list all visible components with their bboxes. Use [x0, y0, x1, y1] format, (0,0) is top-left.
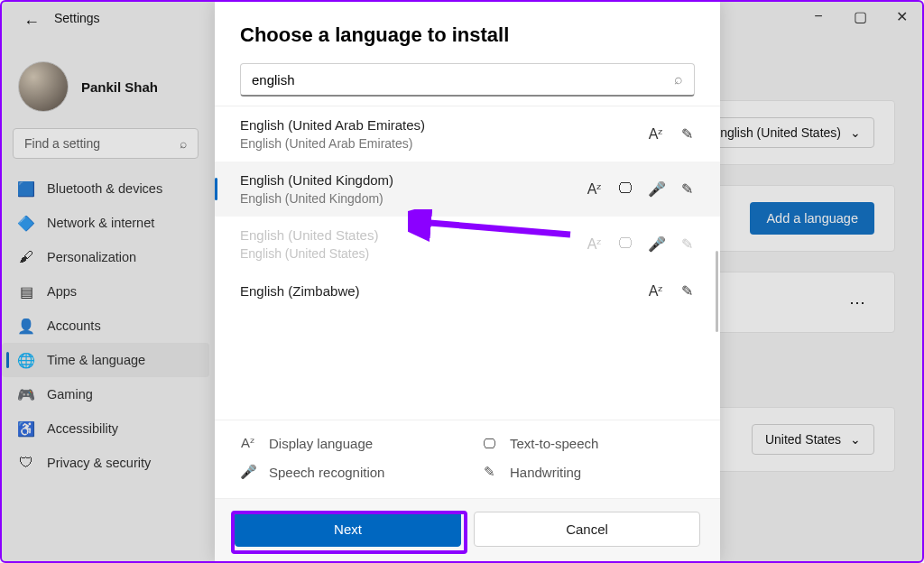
nav-label: Accounts [47, 318, 101, 333]
legend-display-language: Display language [269, 436, 373, 451]
nav-label: Network & internet [47, 216, 154, 230]
display-language-dropdown[interactable]: English (United States) ⌄ [698, 117, 874, 148]
choose-language-modal: Choose a language to install ⌕ English (… [215, 2, 720, 561]
search-icon: ⌕ [674, 71, 683, 88]
language-name: English (United States) [240, 227, 587, 243]
nav-icon: ♿ [18, 420, 34, 437]
sidebar-item-accessibility[interactable]: ♿Accessibility [2, 411, 209, 446]
nav-icon: 🟦 [18, 180, 34, 197]
language-option[interactable]: English (Zimbabwe)Aᶻ✎ [215, 272, 720, 310]
legend-speech: Speech recognition [269, 465, 384, 480]
cancel-button[interactable]: Cancel [474, 512, 700, 547]
modal-title: Choose a language to install [240, 23, 695, 47]
language-search-field[interactable] [252, 72, 674, 88]
nav-label: Personalization [47, 250, 136, 264]
nav-icon: 🎮 [18, 386, 34, 402]
display-language-value: English (United States) [712, 125, 841, 140]
legend-tts: Text-to-speech [510, 436, 598, 451]
nav-icon: 👤 [18, 318, 34, 334]
language-option[interactable]: English (United Arab Emirates)English (U… [215, 106, 720, 162]
minimize-button[interactable]: − [798, 2, 839, 31]
handwriting-icon: ✎ [481, 464, 497, 480]
add-language-button[interactable]: Add a language [750, 202, 874, 235]
language-native-name: English (United Arab Emirates) [240, 136, 648, 151]
hand-icon: ✎ [679, 282, 695, 300]
country-value: United States [765, 432, 841, 447]
language-native-name: English (United States) [240, 246, 587, 261]
chevron-down-icon: ⌄ [850, 125, 861, 140]
nav-label: Privacy & security [47, 456, 151, 470]
nav-icon: 🔷 [18, 215, 34, 231]
avatar [18, 61, 69, 112]
display-language-icon: Aᶻ [240, 435, 256, 451]
scrollbar-thumb[interactable] [716, 251, 718, 332]
tts-icon: 🖵 [617, 235, 633, 253]
sidebar-item-apps[interactable]: ▤Apps [2, 274, 209, 309]
language-name: English (United Kingdom) [240, 172, 587, 188]
language-name: English (Zimbabwe) [240, 283, 648, 299]
nav-icon: 🛡 [18, 455, 34, 471]
back-button[interactable]: ← [23, 13, 40, 32]
sidebar-item-privacy-security[interactable]: 🛡Privacy & security [2, 446, 209, 480]
nav-label: Bluetooth & devices [47, 181, 162, 196]
profile-name: Pankil Shah [81, 79, 158, 95]
tts-icon: 🖵 [617, 180, 633, 198]
nav-icon: 🌐 [18, 352, 34, 368]
language-native-name: English (United Kingdom) [240, 191, 587, 206]
sr-icon: 🎤 [648, 235, 664, 253]
nav-label: Gaming [47, 387, 93, 401]
sidebar-item-gaming[interactable]: 🎮Gaming [2, 377, 209, 411]
maximize-button[interactable]: ▢ [839, 2, 881, 31]
country-dropdown[interactable]: United States ⌄ [752, 424, 874, 455]
nav-icon: ▤ [18, 283, 34, 300]
search-icon: ⌕ [180, 136, 187, 151]
close-button[interactable]: ✕ [881, 2, 922, 31]
window-title: Settings [54, 11, 100, 25]
profile-block[interactable]: Pankil Shah [2, 54, 209, 128]
disp-icon: Aᶻ [648, 125, 664, 143]
sidebar-item-accounts[interactable]: 👤Accounts [2, 309, 209, 343]
find-setting-placeholder: Find a setting [24, 136, 100, 151]
next-button[interactable]: Next [235, 512, 461, 547]
nav-label: Time & language [47, 353, 145, 367]
hand-icon: ✎ [679, 180, 695, 198]
hand-icon: ✎ [679, 125, 695, 143]
nav-icon: 🖌 [18, 249, 34, 265]
sr-icon: 🎤 [648, 180, 664, 198]
chevron-down-icon: ⌄ [850, 432, 861, 447]
hand-icon: ✎ [679, 235, 695, 253]
language-search-input[interactable]: ⌕ [240, 63, 695, 97]
find-setting-input[interactable]: Find a setting ⌕ [13, 128, 199, 159]
sidebar-item-network-internet[interactable]: 🔷Network & internet [2, 206, 209, 240]
nav-label: Accessibility [47, 421, 118, 436]
speech-icon: 🎤 [240, 464, 256, 480]
disp-icon: Aᶻ [587, 180, 603, 198]
language-list: English (United Arab Emirates)English (U… [215, 106, 720, 420]
sidebar-item-time-language[interactable]: 🌐Time & language [2, 343, 209, 377]
nav-label: Apps [47, 284, 77, 299]
more-options-button[interactable]: ⋯ [842, 289, 874, 316]
language-option[interactable]: English (United Kingdom)English (United … [215, 162, 720, 217]
sidebar-item-bluetooth-devices[interactable]: 🟦Bluetooth & devices [2, 171, 209, 206]
language-name: English (United Arab Emirates) [240, 117, 648, 133]
disp-icon: Aᶻ [587, 235, 603, 253]
feature-legend: AᶻDisplay language 🖵Text-to-speech 🎤Spee… [215, 420, 720, 498]
tts-icon: 🖵 [481, 436, 497, 451]
disp-icon: Aᶻ [648, 282, 664, 300]
sidebar: Pankil Shah Find a setting ⌕ 🟦Bluetooth … [2, 2, 209, 561]
legend-handwriting: Handwriting [510, 465, 581, 480]
sidebar-item-personalization[interactable]: 🖌Personalization [2, 240, 209, 274]
language-option: English (United States)English (United S… [215, 217, 720, 272]
